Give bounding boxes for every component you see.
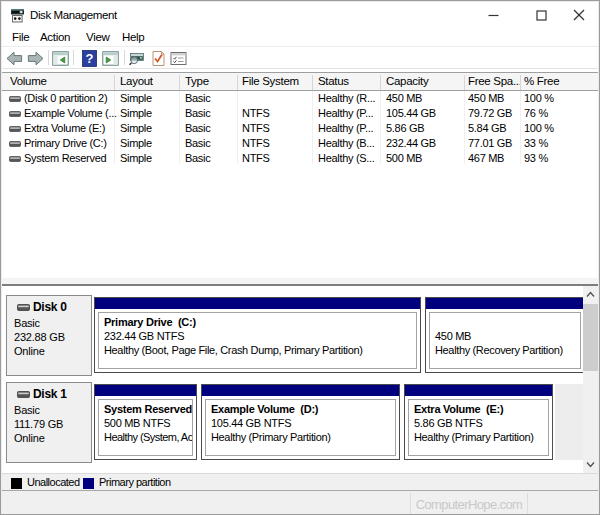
forward-icon[interactable] xyxy=(27,50,44,67)
disk0-label-panel[interactable]: Disk 0 Basic 232.88 GB Online xyxy=(6,295,92,376)
cell-type: Basic xyxy=(185,107,235,119)
cell-layout: Simple xyxy=(120,137,178,149)
column-header-percent-free[interactable]: % Free xyxy=(524,75,574,87)
column-header-file-system[interactable]: File System xyxy=(242,75,308,87)
column-divider[interactable] xyxy=(237,75,238,90)
cell-percent-free: 93 % xyxy=(524,152,576,164)
partition-title: Extra Volume (E:) xyxy=(414,403,503,415)
show-action-pane-icon[interactable] xyxy=(102,50,119,67)
volume-list: Volume Layout Type File System Status Ca… xyxy=(2,72,598,278)
scroll-down-button[interactable] xyxy=(583,456,598,473)
watermark-text: ComputerHope.com xyxy=(416,497,523,512)
partition-size: 450 MB xyxy=(435,330,471,342)
minimize-button[interactable] xyxy=(472,2,514,28)
window-title: Disk Management xyxy=(30,9,117,21)
cell-status: Healthy (P... xyxy=(318,122,378,134)
graphical-view: Disk 0 Basic 232.88 GB Online Primary Dr… xyxy=(2,286,598,473)
menu-bar: File Action View Help xyxy=(2,28,598,47)
partition-color-band xyxy=(202,385,399,396)
disk-icon xyxy=(17,304,30,311)
disk-icon xyxy=(17,391,30,398)
back-icon[interactable] xyxy=(6,50,23,67)
volume-disk-icon xyxy=(9,156,21,162)
partition-example-volume-d[interactable]: Example Volume (D:) 105.44 GB NTFS Healt… xyxy=(201,384,400,460)
partition-recovery[interactable]: 450 MB Healthy (Recovery Partition) xyxy=(425,297,585,373)
disk0-size: 232.88 GB xyxy=(14,331,65,343)
disk1-trailing-space xyxy=(555,384,586,460)
disk1-label-panel[interactable]: Disk 1 Basic 111.79 GB Online xyxy=(6,382,92,463)
partition-title: System Reserved xyxy=(104,403,192,415)
cell-percent-free: 33 % xyxy=(524,137,576,149)
svg-text:?: ? xyxy=(86,51,94,66)
partition-info: Example Volume (D:) 105.44 GB NTFS Healt… xyxy=(205,399,396,456)
cell-type: Basic xyxy=(185,152,235,164)
column-divider[interactable] xyxy=(114,75,115,90)
column-header-layout[interactable]: Layout xyxy=(120,75,175,87)
disk0-kind: Basic xyxy=(14,317,40,329)
column-divider[interactable] xyxy=(380,75,381,90)
partition-color-band xyxy=(405,385,552,396)
cell-status: Healthy (P... xyxy=(318,107,378,119)
properties-icon[interactable] xyxy=(170,50,187,67)
cell-volume: (Disk 0 partition 2) xyxy=(24,92,117,104)
volume-row[interactable]: Primary Drive (C:) Simple Basic NTFS Hea… xyxy=(2,136,598,151)
menu-file[interactable]: File xyxy=(12,31,29,43)
cell-free-space: 467 MB xyxy=(468,152,518,164)
cell-percent-free: 100 % xyxy=(524,122,576,134)
volume-row[interactable]: Extra Volume (E:) Simple Basic NTFS Heal… xyxy=(2,121,598,136)
cell-layout: Simple xyxy=(120,122,178,134)
cell-free-space: 79.72 GB xyxy=(468,107,518,119)
close-button[interactable] xyxy=(560,2,598,28)
help-icon[interactable]: ? xyxy=(81,50,98,67)
volume-row[interactable]: (Disk 0 partition 2) Simple Basic Health… xyxy=(2,91,598,106)
pane-splitter[interactable] xyxy=(2,278,598,286)
partition-system-reserved[interactable]: System Reserved 500 MB NTFS Healthy (Sys… xyxy=(94,384,197,460)
legend-unallocated-swatch xyxy=(11,478,22,489)
column-divider[interactable] xyxy=(520,75,521,90)
cell-type: Basic xyxy=(185,122,235,134)
cell-file-system: NTFS xyxy=(242,107,310,119)
partition-color-band xyxy=(95,385,196,396)
column-header-status[interactable]: Status xyxy=(318,75,376,87)
column-divider[interactable] xyxy=(464,75,465,90)
cell-free-space: 5.84 GB xyxy=(468,122,518,134)
cell-free-space: 450 MB xyxy=(468,92,518,104)
legend-primary-partition-label: Primary partition xyxy=(99,476,171,488)
menu-action[interactable]: Action xyxy=(40,31,70,43)
show-console-tree-icon[interactable] xyxy=(52,50,69,67)
volume-row[interactable]: Example Volume (... Simple Basic NTFS He… xyxy=(2,106,598,121)
column-header-volume[interactable]: Volume xyxy=(10,75,110,87)
column-header-capacity[interactable]: Capacity xyxy=(386,75,460,87)
cell-volume: Example Volume (... xyxy=(24,107,117,119)
partition-extra-volume-e[interactable]: Extra Volume (E:) 5.86 GB NTFS Healthy (… xyxy=(404,384,553,460)
scroll-up-button[interactable] xyxy=(583,286,598,303)
maximize-button[interactable] xyxy=(520,2,562,28)
cell-capacity: 232.44 GB xyxy=(386,137,462,149)
cell-status: Healthy (S... xyxy=(318,152,378,164)
partition-info: 450 MB Healthy (Recovery Partition) xyxy=(429,312,581,369)
vertical-scrollbar[interactable] xyxy=(583,286,598,473)
column-header-type[interactable]: Type xyxy=(185,75,233,87)
toolbar-separator xyxy=(124,50,125,65)
cell-capacity: 5.86 GB xyxy=(386,122,462,134)
cell-file-system: NTFS xyxy=(242,152,310,164)
disk1-kind: Basic xyxy=(14,404,40,416)
partition-primary-drive-c[interactable]: Primary Drive (C:) 232.44 GB NTFS Health… xyxy=(94,297,421,373)
minimize-icon xyxy=(488,10,499,21)
menu-help[interactable]: Help xyxy=(122,31,144,43)
scrollbar-thumb[interactable] xyxy=(583,304,598,371)
rescan-disks-icon[interactable] xyxy=(128,50,145,67)
partition-size: 232.44 GB NTFS xyxy=(104,330,184,342)
disk-management-window: Disk Management File Action View Help xyxy=(0,0,600,515)
check-document-icon[interactable] xyxy=(150,50,167,67)
partition-status: Healthy (Primary Partition) xyxy=(211,431,331,443)
disk1-size: 111.79 GB xyxy=(14,418,63,430)
column-divider[interactable] xyxy=(312,75,313,90)
toolbar-separator xyxy=(73,50,74,65)
column-header-free-space[interactable]: Free Spa... xyxy=(468,75,520,87)
column-divider[interactable] xyxy=(179,75,180,90)
volume-row[interactable]: System Reserved Simple Basic NTFS Health… xyxy=(2,151,598,166)
cell-status: Healthy (R... xyxy=(318,92,378,104)
maximize-icon xyxy=(536,10,547,21)
menu-view[interactable]: View xyxy=(86,31,110,43)
